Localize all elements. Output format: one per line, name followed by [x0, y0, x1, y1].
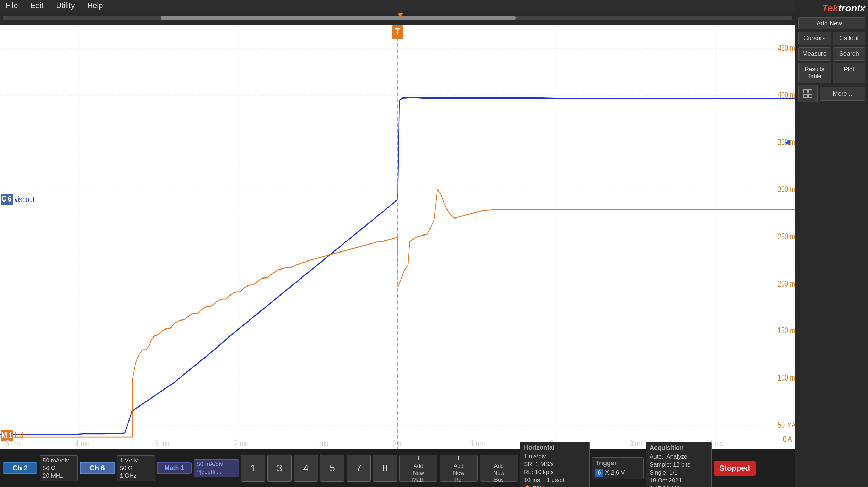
top-scrollbar[interactable] [0, 11, 795, 25]
stopped-button[interactable]: Stopped [714, 461, 756, 476]
ch2-info[interactable]: 50 mA/div 50 Ω 20 MHz [40, 455, 78, 481]
results-table-button[interactable]: Results Table [798, 63, 831, 83]
ch2-label: Ch 2 [12, 464, 27, 472]
ch8-button[interactable]: 8 [373, 455, 397, 482]
svg-text:-3 ms: -3 ms [153, 438, 169, 448]
svg-text:0 A: 0 A [783, 434, 792, 444]
add-new-button[interactable]: Add New... [798, 17, 865, 29]
svg-text:-1 ms: -1 ms [312, 438, 328, 448]
acquisition-single: Single: 1/1 [650, 469, 708, 476]
ch6-info[interactable]: 1 V/div 50 Ω 1 GHz [117, 455, 155, 481]
svg-rect-1 [809, 89, 812, 93]
ch4-button[interactable]: 4 [294, 455, 318, 482]
svg-text:-5 ms: -5 ms [3, 438, 20, 448]
ch6-impedance: 50 Ω [120, 465, 152, 472]
svg-text:150 mA: 150 mA [778, 326, 795, 335]
svg-rect-3 [809, 94, 812, 98]
ch6-badge[interactable]: Ch 6 [80, 462, 115, 474]
horizontal-title: Horizontal [524, 444, 586, 451]
svg-text:0 s: 0 s [392, 438, 401, 448]
add-bus-label-line1: Add [494, 463, 504, 469]
add-math-label-line2: New [413, 470, 424, 476]
svg-rect-0 [804, 89, 807, 93]
add-math-label-line1: Add [414, 463, 423, 469]
add-bus-plus-icon: + [497, 453, 501, 462]
waveform-area: 450 mA 400 mA 350 mA 300 mA 250 mA 200 m… [0, 25, 795, 449]
cursors-button[interactable]: Cursors [798, 32, 831, 45]
math1-badge[interactable]: Math 1 [157, 462, 192, 474]
trigger-type: X [605, 469, 609, 476]
svg-text:100 mA: 100 mA [778, 373, 795, 382]
ch3-button[interactable]: 3 [267, 455, 292, 482]
ch1-button[interactable]: 1 [241, 455, 265, 482]
add-math-plus-icon: + [416, 453, 421, 462]
svg-text:50 mA: 50 mA [778, 420, 795, 429]
svg-text:3 ms: 3 ms [629, 438, 644, 448]
add-ref-label-line3: Ref [454, 477, 463, 483]
svg-text:450 mA: 450 mA [778, 43, 795, 53]
add-bus-label-line2: New [493, 470, 504, 476]
svg-text:1 ms: 1 ms [470, 438, 485, 448]
add-bus-label-line3: Bus [494, 477, 504, 483]
add-new-bus-button[interactable]: + Add New Bus [480, 455, 518, 482]
acquisition-sample: Sample: 12 bits [650, 461, 708, 468]
trigger-level: 2.6 V [611, 469, 625, 476]
svg-text:200 mA: 200 mA [778, 279, 795, 288]
bottom-bar: Ch 2 50 mA/div 50 Ω 20 MHz Ch 6 1 V/div … [0, 449, 868, 487]
add-ref-label-line1: Add [454, 463, 464, 469]
menu-edit[interactable]: Edit [27, 0, 46, 11]
menu-utility[interactable]: Utility [53, 0, 77, 11]
ch2-bandwidth: 20 MHz [43, 472, 75, 479]
ch5-button[interactable]: 5 [320, 455, 344, 482]
trigger-channel: 6 [595, 469, 603, 477]
math1-info[interactable]: 50 mA/div ^[coeffil... [194, 459, 239, 477]
svg-text:250 mA: 250 mA [778, 232, 795, 241]
horizontal-rl: RL: 10 kpts [524, 469, 586, 476]
ch2-scale: 50 mA/div [43, 457, 75, 464]
more-button[interactable]: More... [820, 87, 865, 101]
add-new-math-button[interactable]: + Add New Math [399, 455, 437, 482]
add-new-ref-button[interactable]: + Add New Ref [440, 455, 478, 482]
callout-button[interactable]: Callout [833, 32, 866, 45]
horizontal-percent: 🔶 52% [524, 485, 586, 487]
menu-file[interactable]: File [3, 0, 20, 11]
math1-scale: 50 mA/div [197, 461, 236, 468]
svg-text:C 6: C 6 [2, 194, 11, 204]
grid-icon-button[interactable] [798, 85, 818, 102]
cursor-position-marker [398, 13, 403, 17]
waveform-svg: 450 mA 400 mA 350 mA 300 mA 250 mA 200 m… [0, 25, 795, 449]
plot-button[interactable]: Plot [833, 63, 866, 83]
ch2-badge[interactable]: Ch 2 [3, 462, 37, 474]
trigger-title: Trigger [595, 460, 640, 467]
measure-button[interactable]: Measure [798, 47, 831, 61]
scrollbar-track[interactable] [3, 16, 792, 20]
add-ref-plus-icon: + [457, 453, 461, 462]
add-ref-label-line2: New [453, 470, 464, 476]
scrollbar-thumb[interactable] [161, 16, 516, 20]
horizontal-sr: SR: 1 MS/s [524, 461, 586, 468]
ch6-scale: 1 V/div [120, 457, 152, 464]
add-math-label-line3: Math [412, 477, 425, 483]
math1-label: Math 1 [164, 464, 184, 472]
svg-text:300 mA: 300 mA [778, 185, 795, 194]
acquisition-date: 18 Oct 2021 [650, 477, 708, 484]
horizontal-time-div: 1 ms/div [524, 453, 586, 460]
menubar: File Edit Utility Help [0, 0, 868, 11]
acquisition-title: Acquisition [650, 444, 708, 452]
acquisition-section[interactable]: Acquisition Auto, Analyze Sample: 12 bit… [646, 442, 712, 487]
svg-text:T: T [395, 26, 400, 38]
horizontal-pt: 10 ms 1 µs/pt [524, 477, 586, 484]
acquisition-time: 6:45:23 AM [650, 485, 708, 487]
ch7-button[interactable]: 7 [347, 455, 371, 482]
math1-formula: ^[coeffil... [197, 469, 236, 476]
right-panel: Tektronix Add New... Cursors Callout Mea… [795, 0, 868, 487]
svg-text:visoout: visoout [15, 195, 34, 204]
tektronix-logo: Tektronix [798, 3, 865, 14]
acquisition-mode: Auto, Analyze [650, 453, 708, 460]
horizontal-section[interactable]: Horizontal 1 ms/div SR: 1 MS/s RL: 10 kp… [520, 442, 590, 487]
trigger-section[interactable]: Trigger 6 X 2.6 V [592, 457, 644, 479]
search-button[interactable]: Search [833, 47, 866, 61]
menu-help[interactable]: Help [84, 0, 106, 11]
ch2-impedance: 50 Ω [43, 465, 75, 472]
ch6-bandwidth: 1 GHz [120, 472, 152, 479]
